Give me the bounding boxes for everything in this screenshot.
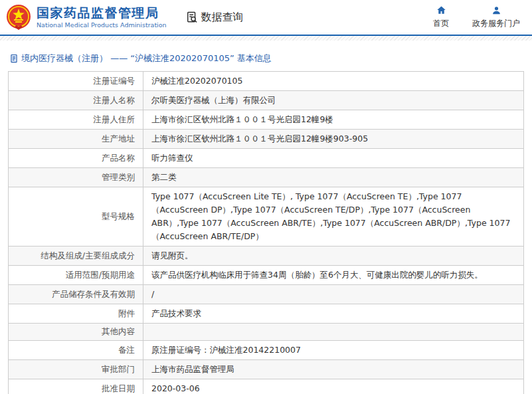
row-label-text: 管理类别 bbox=[102, 172, 135, 182]
row-label: 其他内容 bbox=[9, 324, 143, 341]
row-label: 审批部门 bbox=[9, 360, 143, 379]
row-label-text: 结构及组成/主要组成成分 bbox=[41, 250, 135, 260]
row-label-text: 适用范围/预期用途 bbox=[66, 270, 135, 280]
row-label-text: 产品名称 bbox=[102, 153, 135, 163]
site-header: 国家药品监督管理局 National Medical Products Admi… bbox=[0, 0, 532, 36]
row-label-text: 批准日期 bbox=[102, 383, 135, 393]
row-label-text: 审批部门 bbox=[102, 364, 135, 374]
row-value: 沪械注准20202070105 bbox=[143, 72, 524, 91]
document-icon bbox=[9, 54, 19, 63]
main-content: 境内医疗器械（注册） —— “沪械注准20202070105” 基本信息 注册证… bbox=[0, 41, 532, 394]
row-value: 产品技术要求 bbox=[143, 304, 524, 324]
row-label: 注册证编号 bbox=[9, 72, 143, 91]
table-row: 附件 产品技术要求 bbox=[9, 304, 524, 324]
table-row: 批准日期 2020-03-06 bbox=[9, 379, 524, 394]
row-label: 适用范围/预期用途 bbox=[9, 266, 143, 285]
row-label: 产品储存条件及有效期 bbox=[9, 285, 143, 304]
row-value: 该产品供医疗机构临床用于筛查34周（胎龄）至6个月大、可健康出院的婴儿的听力损失… bbox=[143, 266, 524, 285]
row-label: 注册人住所 bbox=[9, 110, 143, 130]
row-value: 第二类 bbox=[143, 168, 524, 187]
row-label-text: 生产地址 bbox=[102, 134, 135, 144]
row-value bbox=[143, 324, 524, 341]
divider-strip bbox=[0, 36, 532, 41]
row-label: 型号规格 bbox=[9, 187, 143, 246]
row-label: 批准日期 bbox=[9, 379, 143, 394]
site-title: 国家药品监督管理局 bbox=[37, 6, 167, 21]
row-label-text: 产品储存条件及有效期 bbox=[52, 289, 135, 299]
row-label: 备注 bbox=[9, 341, 143, 360]
table-row: 产品名称 听力筛查仪 bbox=[9, 149, 524, 168]
breadcrumb-text: 境内医疗器械（注册） —— “沪械注准20202070105” 基本信息 bbox=[21, 52, 272, 64]
page: 国家药品监督管理局 National Medical Products Admi… bbox=[0, 0, 532, 394]
table-row: 结构及组成/主要组成成分 请见附页。 bbox=[9, 246, 524, 266]
nav-home[interactable]: 首页 bbox=[430, 5, 452, 29]
doc-search-icon bbox=[185, 11, 199, 24]
row-label: 生产地址 bbox=[9, 130, 143, 149]
row-value: Type 1077（AccuScreen Lite TE）, Type 1077… bbox=[143, 187, 524, 246]
nav-gov-portal-label: 政务服务门户 bbox=[472, 18, 520, 29]
table-row: 管理类别 第二类 bbox=[9, 168, 524, 187]
row-label-text: 型号规格 bbox=[102, 211, 135, 221]
row-value: 上海市徐汇区钦州北路１００１号光启园12幢9楼 bbox=[143, 110, 524, 130]
row-label-text: 注册人名称 bbox=[94, 95, 135, 105]
table-row: 生产地址 上海市徐汇区钦州北路１００１号光启园12幢9楼903-905 bbox=[9, 130, 524, 149]
row-label-text: 注册证编号 bbox=[94, 76, 135, 86]
row-value: 尔听美医疗器械（上海）有限公司 bbox=[143, 91, 524, 110]
home-icon bbox=[436, 5, 446, 15]
table-row: 其他内容 bbox=[9, 324, 524, 341]
row-label-text: 其他内容 bbox=[102, 326, 135, 336]
nav-gov-portal[interactable]: 政务服务门户 bbox=[472, 5, 520, 29]
row-value: 上海市徐汇区钦州北路１００１号光启园12幢9楼903-905 bbox=[143, 130, 524, 149]
row-value: 原注册证编号：沪械注准20142210007 bbox=[143, 341, 524, 360]
logo[interactable]: 国家药品监督管理局 National Medical Products Admi… bbox=[5, 3, 167, 31]
row-label-text: 备注 bbox=[118, 345, 135, 355]
row-label: 结构及组成/主要组成成分 bbox=[9, 246, 143, 266]
row-value: 上海市药品监督管理局 bbox=[143, 360, 524, 379]
row-label: 产品名称 bbox=[9, 149, 143, 168]
data-query-nav[interactable]: 数据查询 bbox=[185, 11, 244, 25]
row-label: 附件 bbox=[9, 304, 143, 324]
table-row: 审批部门 上海市药品监督管理局 bbox=[9, 360, 524, 379]
row-label: 管理类别 bbox=[9, 168, 143, 187]
info-table: 注册证编号 沪械注准20202070105 注册人名称 尔听美医疗器械（上海）有… bbox=[8, 71, 524, 394]
table-row: 注册证编号 沪械注准20202070105 bbox=[9, 72, 524, 91]
nav-home-label: 首页 bbox=[433, 18, 449, 29]
table-row: 型号规格 Type 1077（AccuScreen Lite TE）, Type… bbox=[9, 187, 524, 246]
header-nav-right: 首页 政务服务门户 bbox=[430, 5, 520, 29]
row-value: 2020-03-06 bbox=[143, 379, 524, 394]
row-label: 注册人名称 bbox=[9, 91, 143, 110]
row-label-text: 附件 bbox=[118, 308, 135, 318]
info-table-body: 注册证编号 沪械注准20202070105 注册人名称 尔听美医疗器械（上海）有… bbox=[9, 72, 524, 394]
breadcrumb: 境内医疗器械（注册） —— “沪械注准20202070105” 基本信息 bbox=[9, 52, 524, 64]
table-row: 适用范围/预期用途 该产品供医疗机构临床用于筛查34周（胎龄）至6个月大、可健康… bbox=[9, 266, 524, 285]
row-value: / bbox=[143, 285, 524, 304]
row-label-text: 注册人住所 bbox=[94, 114, 135, 124]
table-row: 注册人名称 尔听美医疗器械（上海）有限公司 bbox=[9, 91, 524, 110]
site-subtitle: National Medical Products Administration bbox=[37, 21, 167, 29]
logo-text: 国家药品监督管理局 National Medical Products Admi… bbox=[37, 6, 167, 29]
table-row: 产品储存条件及有效期 / bbox=[9, 285, 524, 304]
row-value: 请见附页。 bbox=[143, 246, 524, 266]
national-emblem-icon bbox=[5, 3, 32, 31]
row-value: 听力筛查仪 bbox=[143, 149, 524, 168]
table-row: 注册人住所 上海市徐汇区钦州北路１００１号光启园12幢9楼 bbox=[9, 110, 524, 130]
user-icon bbox=[491, 5, 501, 15]
data-query-label: 数据查询 bbox=[201, 11, 244, 25]
table-row: 备注 原注册证编号：沪械注准20142210007 bbox=[9, 341, 524, 360]
